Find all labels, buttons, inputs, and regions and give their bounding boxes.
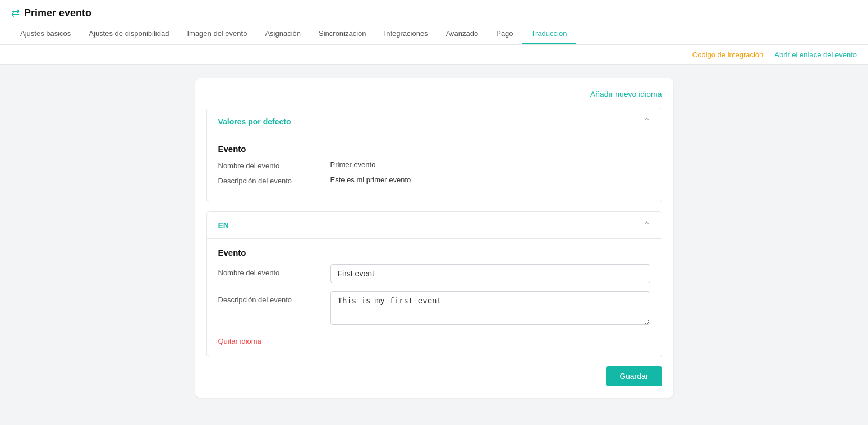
en-nombre-input[interactable]	[330, 264, 650, 283]
en-chevron-up-icon: ⌃	[643, 220, 650, 230]
default-nombre-value: Primer evento	[330, 160, 376, 169]
en-descripcion-label: Descripción del evento	[218, 291, 330, 304]
default-descripcion-row: Descripción del evento Este es mi primer…	[218, 175, 650, 185]
en-section-header[interactable]: EN ⌃	[207, 212, 662, 238]
default-descripcion-label: Descripción del evento	[218, 175, 330, 185]
main-card: Añadir nuevo idioma Valores por defecto …	[195, 78, 673, 398]
nav-tabs: Ajustes básicos Ajustes de disponibilida…	[11, 24, 857, 44]
tab-integraciones[interactable]: Integraciones	[375, 24, 437, 44]
tab-pago[interactable]: Pago	[487, 24, 522, 44]
action-bar: Codigo de integración Abrir el enlace de…	[0, 45, 868, 65]
tab-imagen-evento[interactable]: Imagen del evento	[178, 24, 256, 44]
tab-traduccion[interactable]: Traducción	[522, 24, 576, 44]
en-nombre-row: Nombre del evento	[218, 264, 650, 283]
tab-sincronizacion[interactable]: Sincronización	[310, 24, 375, 44]
default-values-header[interactable]: Valores por defecto ⌃	[207, 108, 662, 135]
en-nombre-label: Nombre del evento	[218, 264, 330, 277]
en-descripcion-row: Descripción del evento This is my first …	[218, 291, 650, 325]
remove-language-button[interactable]: Quitar idioma	[218, 337, 261, 345]
footer-actions: Guardar	[206, 366, 662, 386]
tab-avanzado[interactable]: Avanzado	[437, 24, 488, 44]
default-values-body: Evento Nombre del evento Primer evento D…	[207, 135, 662, 202]
sync-icon: ⇄	[11, 7, 20, 19]
save-button[interactable]: Guardar	[606, 366, 662, 386]
integration-code-link[interactable]: Codigo de integración	[692, 50, 763, 59]
default-values-title: Valores por defecto	[218, 117, 291, 126]
page-title: Primer evento	[24, 7, 91, 19]
add-language-button[interactable]: Añadir nuevo idioma	[590, 90, 662, 99]
default-nombre-label: Nombre del evento	[218, 160, 330, 170]
en-section-title: EN	[218, 221, 229, 230]
en-descripcion-input[interactable]: This is my first event	[330, 291, 650, 325]
open-event-link[interactable]: Abrir el enlace del evento	[774, 50, 857, 59]
tab-ajustes-basicos[interactable]: Ajustes básicos	[11, 24, 80, 44]
en-section-body: Evento Nombre del evento Descripción del…	[207, 238, 662, 357]
default-nombre-row: Nombre del evento Primer evento	[218, 160, 650, 170]
tab-asignacion[interactable]: Asignación	[256, 24, 310, 44]
tab-ajustes-disponibilidad[interactable]: Ajustes de disponibilidad	[80, 24, 178, 44]
en-event-title: Evento	[218, 248, 650, 257]
default-event-title: Evento	[218, 144, 650, 154]
default-values-section: Valores por defecto ⌃ Evento Nombre del …	[206, 108, 662, 202]
chevron-up-icon: ⌃	[643, 116, 650, 127]
default-descripcion-value: Este es mi primer evento	[330, 175, 411, 184]
en-section: EN ⌃ Evento Nombre del evento Descripció…	[206, 211, 662, 357]
